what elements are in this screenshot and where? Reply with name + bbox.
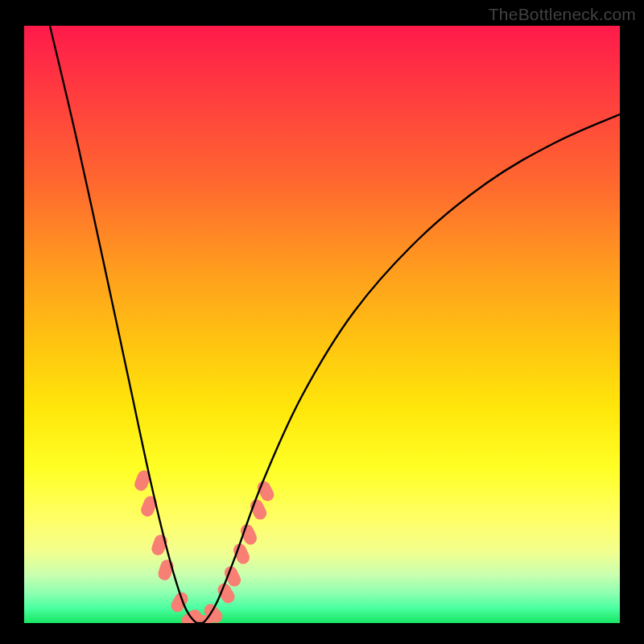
curve-svg — [24, 26, 620, 623]
data-marker — [238, 522, 258, 547]
watermark-text: TheBottleneck.com — [489, 5, 636, 24]
data-markers — [133, 469, 276, 623]
bottleneck-curve — [50, 26, 620, 623]
plot-area — [24, 26, 620, 623]
data-marker — [231, 542, 251, 566]
chart-frame: TheBottleneck.com — [0, 0, 644, 644]
